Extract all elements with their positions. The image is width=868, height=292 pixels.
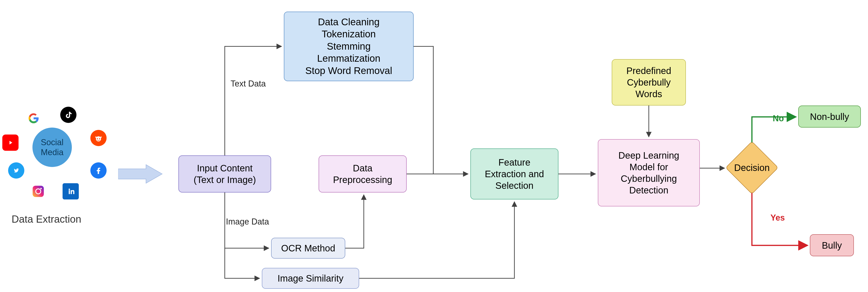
text-preprocessing-steps-node: Data Cleaning Tokenization Stemming Lemm… xyxy=(284,11,413,81)
data-preprocessing-node: Data Preprocessing xyxy=(319,155,407,193)
instagram-icon xyxy=(30,183,46,200)
input-content-node: Input Content (Text or Image) xyxy=(179,155,271,193)
data-extraction-caption: Data Extraction xyxy=(11,213,81,225)
data-preprocessing-text: Data Preprocessing xyxy=(333,162,392,185)
feature-extraction-node: Feature Extraction and Selection xyxy=(470,148,558,200)
deep-learning-model-text: Deep Learning Model for Cyberbullying De… xyxy=(618,150,679,196)
facebook-icon xyxy=(90,162,106,179)
svg-rect-5 xyxy=(33,186,44,197)
text-preprocessing-steps-text: Data Cleaning Tokenization Stemming Lemm… xyxy=(305,16,392,77)
svg-point-0 xyxy=(96,136,101,142)
bully-node: Bully xyxy=(810,234,854,256)
youtube-icon xyxy=(2,135,19,151)
image-similarity-node: Image Similarity xyxy=(262,268,359,289)
tiktok-icon xyxy=(60,107,76,123)
image-similarity-text: Image Similarity xyxy=(278,272,344,284)
social-media-bubble-text: Social Media xyxy=(32,137,72,157)
flow-arrow-icon xyxy=(118,162,164,185)
svg-point-2 xyxy=(99,138,100,139)
social-media-cluster: Social Media xyxy=(5,109,116,193)
svg-point-7 xyxy=(40,188,42,189)
svg-point-4 xyxy=(95,137,97,138)
decision-node: Decision xyxy=(725,141,779,194)
nonbully-text: Non-bully xyxy=(810,111,849,122)
svg-marker-8 xyxy=(118,165,162,183)
text-data-edge-label: Text Data xyxy=(230,79,266,89)
yes-branch-label: Yes xyxy=(770,213,785,223)
twitter-icon xyxy=(8,162,24,179)
bully-text: Bully xyxy=(822,240,842,251)
nonbully-node: Non-bully xyxy=(798,106,861,127)
input-content-text: Input Content (Text or Image) xyxy=(194,162,256,185)
image-data-edge-label: Image Data xyxy=(226,217,269,227)
svg-point-1 xyxy=(97,138,98,139)
social-media-bubble: Social Media xyxy=(32,127,72,167)
linkedin-icon xyxy=(63,183,79,200)
decision-text: Decision xyxy=(734,163,770,173)
feature-extraction-text: Feature Extraction and Selection xyxy=(485,156,544,191)
ocr-method-text: OCR Method xyxy=(281,242,335,254)
svg-point-3 xyxy=(100,137,102,138)
deep-learning-model-node: Deep Learning Model for Cyberbullying De… xyxy=(598,139,700,206)
no-branch-label: No xyxy=(773,114,784,123)
google-icon xyxy=(26,110,42,126)
predefined-words-text: Predefined Cyberbully Words xyxy=(626,65,671,100)
reddit-icon xyxy=(90,130,106,146)
ocr-method-node: OCR Method xyxy=(271,238,345,259)
predefined-words-node: Predefined Cyberbully Words xyxy=(612,59,686,106)
